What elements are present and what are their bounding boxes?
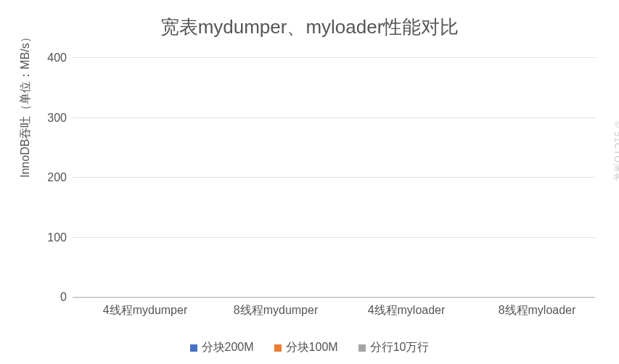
legend-swatch bbox=[274, 344, 282, 352]
y-tick-label: 100 bbox=[47, 231, 67, 244]
gridline: 400 bbox=[73, 57, 595, 58]
x-tick-label: 8线程myloader bbox=[479, 303, 595, 318]
x-tick-label: 4线程myloader bbox=[348, 303, 464, 318]
chart-container: 宽表mydumper、myloader性能对比 InnoDB吞吐（单位：MB/s… bbox=[0, 0, 619, 364]
gridline: 0 bbox=[73, 297, 595, 297]
x-tick-label: 8线程mydumper bbox=[218, 303, 334, 318]
y-axis-label: InnoDB吞吐（单位：MB/s） bbox=[18, 31, 33, 178]
legend-label: 分块100M bbox=[286, 340, 338, 355]
legend-item: 分块100M bbox=[274, 340, 338, 355]
y-tick-label: 300 bbox=[47, 112, 67, 125]
gridline: 300 bbox=[73, 117, 595, 118]
legend-label: 分行10万行 bbox=[370, 340, 430, 355]
legend-label: 分块200M bbox=[202, 340, 254, 355]
legend: 分块200M 分块100M 分行10万行 bbox=[0, 340, 619, 355]
y-tick-label: 400 bbox=[47, 51, 67, 65]
legend-item: 分行10万行 bbox=[358, 340, 430, 355]
plot-area: 0 100 200 300 400 4线程mydumper 8线程mydumpe… bbox=[73, 58, 595, 298]
y-tick-label: 0 bbox=[60, 291, 67, 304]
legend-swatch bbox=[190, 344, 197, 352]
chart-title: 宽表mydumper、myloader性能对比 bbox=[0, 0, 619, 40]
legend-swatch bbox=[358, 344, 366, 352]
watermark: © 51CTO博客 bbox=[612, 121, 620, 182]
gridline: 200 bbox=[73, 177, 595, 178]
y-tick-label: 200 bbox=[47, 171, 67, 184]
gridline: 100 bbox=[73, 237, 595, 238]
legend-item: 分块200M bbox=[190, 340, 254, 355]
x-tick-label: 4线程mydumper bbox=[87, 303, 203, 318]
